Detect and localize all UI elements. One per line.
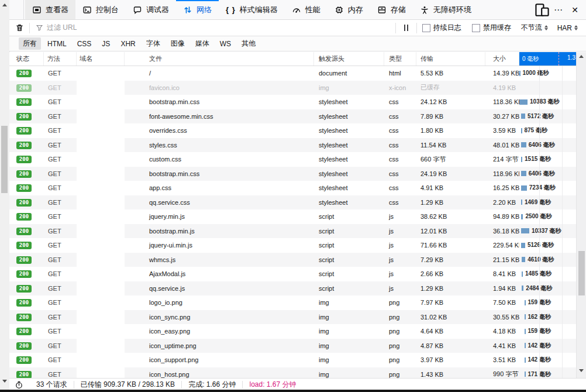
waterfall-bar (525, 372, 526, 377)
tab-accessibility[interactable]: 无障碍环境 (413, 0, 478, 19)
request-row[interactable]: 200GETicon_uptime.pngimgpng4.87 KB4.41 K… (9, 339, 576, 353)
filter-pill-所有[interactable]: 所有 (19, 37, 41, 50)
cell-waterfall: 5126 毫秒 (519, 238, 576, 253)
pause-recording-button[interactable] (404, 25, 408, 31)
request-row[interactable]: 200GEToverrides.cssstylesheetcss1.80 KB3… (9, 123, 576, 138)
request-row[interactable]: 200GETjquery-ui.min.jsscriptjs71.66 KB22… (9, 238, 576, 253)
cell-transferred: 4.64 KB (416, 328, 485, 335)
request-row[interactable]: 200GETfont-awesome.min.cssstylesheetcss7… (9, 109, 576, 124)
table-scrollbar[interactable] (576, 52, 586, 378)
cell-domain (77, 109, 125, 124)
tab-style-editor[interactable]: { } 样式编辑器 (219, 0, 285, 19)
column-header-size[interactable]: 大小 (485, 52, 519, 66)
filter-pill-媒体[interactable]: 媒体 (191, 37, 213, 50)
cell-file: bootstrap.min.css (125, 98, 314, 105)
separator (395, 23, 396, 33)
scroll-down-icon[interactable] (2, 380, 7, 383)
table-scrollbar-thumb[interactable] (578, 251, 585, 295)
request-row[interactable]: 200GETicon_easy.pngimgpng4.64 KB4.18 KB1… (9, 324, 576, 339)
request-row[interactable]: 200GETlogo_io.pngimgpng7.97 KB7.50 KB159… (9, 295, 576, 310)
cell-status: 200 (9, 141, 44, 149)
request-row[interactable]: 200GETqq.service.jsscriptjs1.29 KB1.94 K… (9, 281, 576, 296)
table-scroll-down-icon[interactable] (579, 369, 584, 372)
request-row[interactable]: 200GETstyles.cssstylesheetcss11.54 KB48.… (9, 138, 576, 153)
column-header-cause[interactable]: 触发源头 (314, 52, 384, 66)
har-select[interactable]: HAR (557, 24, 578, 32)
filter-pill-js[interactable]: JS (98, 39, 114, 49)
performance-analysis-button[interactable] (9, 380, 30, 389)
request-row[interactable]: 200GETbootstrap.min.cssstylesheetcss24.1… (9, 167, 576, 181)
filter-pill-图像[interactable]: 图像 (167, 37, 189, 50)
cell-type: png (384, 299, 416, 306)
tab-network[interactable]: 网络 (176, 0, 219, 19)
transferred-summary: 已传输 909.37 KB / 298.13 KB (74, 380, 181, 390)
column-header-domain[interactable]: 域名 (77, 52, 125, 66)
filter-pill-html[interactable]: HTML (43, 39, 71, 49)
status-badge: 200 (16, 156, 32, 163)
responsive-design-button[interactable] (535, 3, 550, 17)
close-devtools-button[interactable]: ✕ (567, 3, 582, 17)
request-row[interactable]: 200GETAjaxModal.jsscriptjs2.66 KB8.41 KB… (9, 267, 576, 281)
request-row[interactable]: 200GETbootstrap.min.jsscriptjs12.01 KB36… (9, 224, 576, 239)
tab-debugger[interactable]: 调试器 (126, 0, 176, 19)
table-scroll-up-icon[interactable] (579, 55, 584, 58)
cell-size: 30.55 KB (485, 314, 519, 321)
tab-performance[interactable]: 性能 (285, 0, 328, 19)
accessibility-icon (420, 5, 429, 15)
filter-pill-字体[interactable]: 字体 (142, 37, 164, 50)
request-row[interactable]: 200GETicon_support.pngimgpng3.97 KB3.51 … (9, 353, 576, 367)
network-table-header: 状态 方法 域名 文件 触发源头 类型 传输 大小 0 毫秒 1.3 (9, 52, 576, 66)
meatball-menu-button[interactable]: ⋯ (551, 3, 566, 17)
waterfall-bar (521, 142, 526, 147)
request-row[interactable]: 200GETbootstrap.min.cssstylesheetcss24.1… (9, 95, 576, 109)
request-row[interactable]: 200GETwhmcs.jsscriptjs7.29 KB21.15 KB461… (9, 253, 576, 267)
request-row[interactable]: 200GETapp.cssstylesheetcss4.91 KB16.25 K… (9, 181, 576, 195)
console-icon (82, 5, 92, 15)
cell-cause: img (314, 84, 384, 91)
filter-url-input[interactable]: 过滤 URL (30, 23, 395, 33)
node-picker-button[interactable] (9, 0, 24, 19)
throttling-select[interactable]: 不节流 (521, 23, 548, 33)
cell-file: / (125, 70, 314, 77)
cell-status: 200 (9, 69, 44, 77)
request-row[interactable]: 200GETicon_sync.pngimgpng31.02 KB30.55 K… (9, 310, 576, 325)
cell-status: 200 (9, 298, 44, 307)
cell-transferred: 11.54 KB (416, 142, 485, 149)
filter-pill-其他[interactable]: 其他 (237, 37, 260, 50)
cell-domain (77, 195, 125, 210)
column-header-status[interactable]: 状态 (9, 52, 44, 66)
request-row[interactable]: 200GET/documenthtml5.53 KB14.39 KB1000 毫… (9, 66, 576, 81)
request-row[interactable]: 200GETjquery.min.jsscriptjs38.62 KB94.89… (9, 209, 576, 224)
column-header-method[interactable]: 方法 (44, 52, 77, 66)
column-header-type[interactable]: 类型 (384, 52, 416, 66)
tab-storage[interactable]: 存储 (370, 0, 413, 19)
column-header-file[interactable]: 文件 (125, 52, 314, 66)
status-badge: 200 (16, 184, 32, 192)
request-row[interactable]: 200GETqq.service.cssstylesheetcss1.29 KB… (9, 195, 576, 210)
waterfall-duration-label: 5172 毫秒 (528, 112, 554, 121)
request-row[interactable]: 200GETcustom.cssstylesheetcss660 字节214 字… (9, 152, 576, 167)
column-header-transferred[interactable]: 传输 (416, 52, 485, 66)
disable-cache-checkbox[interactable]: 禁用缓存 (472, 23, 511, 33)
clear-requests-button[interactable] (9, 20, 29, 36)
scroll-up-icon[interactable] (2, 4, 7, 6)
cell-size: 3.51 KB (485, 356, 519, 363)
tab-memory[interactable]: 内存 (328, 0, 370, 19)
filter-pill-xhr[interactable]: XHR (116, 39, 139, 49)
filter-pill-css[interactable]: CSS (73, 39, 96, 49)
filter-pill-ws[interactable]: WS (216, 39, 235, 49)
page-scrollbar-thumb[interactable] (1, 126, 8, 193)
cell-file: jquery.min.js (125, 213, 314, 220)
tab-inspector[interactable]: 查看器 (25, 0, 75, 19)
persist-logs-checkbox[interactable]: 持续日志 (422, 23, 461, 33)
waterfall-bar (525, 329, 526, 334)
close-icon: ✕ (571, 5, 578, 15)
column-header-timeline[interactable]: 0 毫秒 1.3 (519, 52, 576, 66)
tab-console[interactable]: 控制台 (75, 0, 126, 19)
cell-transferred: 7.97 KB (416, 299, 485, 306)
cell-method: GET (44, 127, 77, 134)
request-row[interactable]: 200GETicon_host.pngimgpng1.43 KB990 字节17… (9, 367, 576, 379)
request-row[interactable]: 200GETfavicon.icoimgx-icon已缓存4.19 KB (9, 81, 576, 95)
cell-size: 16.25 KB (485, 184, 519, 191)
page-scrollbar[interactable] (0, 0, 10, 390)
